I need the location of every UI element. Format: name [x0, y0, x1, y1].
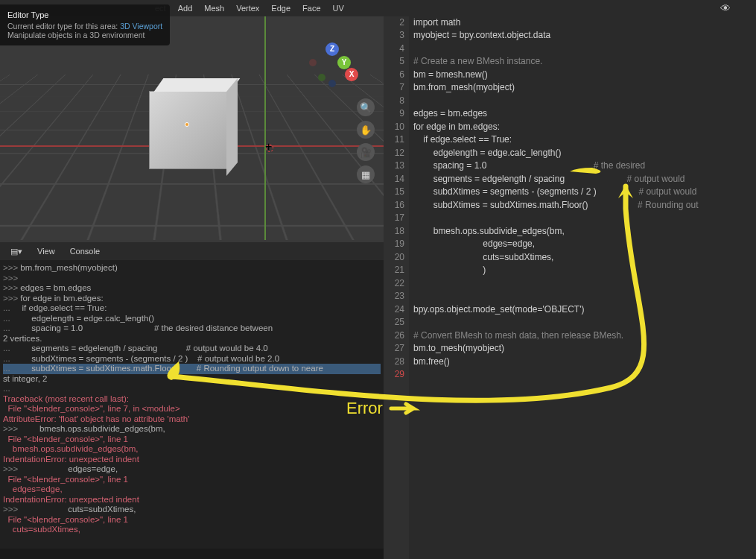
line-number: 7 [384, 81, 404, 95]
console-menu-console[interactable]: Console [64, 245, 106, 257]
line-number: 25 [384, 316, 404, 329]
menu-item-face[interactable]: Face [296, 4, 326, 13]
menu-item-add[interactable]: Add [172, 4, 199, 13]
console-menu-view[interactable]: View [31, 245, 61, 257]
origin-dot [185, 122, 189, 127]
console-line: edges=edge, [3, 484, 381, 495]
console-line: >>> [3, 274, 381, 284]
code-line: segments = edgelength / spacing # output… [413, 173, 756, 186]
line-number: 14 [384, 173, 404, 186]
line-number: 24 [384, 303, 404, 317]
line-number: 29 [384, 368, 404, 382]
code-line: import math [413, 16, 756, 30]
line-number: 6 [384, 69, 404, 82]
console-line: ... [3, 384, 381, 394]
gizmo-neg-z-icon[interactable] [328, 80, 336, 87]
code-line: if edge.select == True: [413, 133, 756, 147]
console-line: ... subdXtimes = segments - (segments / … [3, 354, 381, 364]
console-line: AttributeError: 'float' object has no at… [3, 414, 381, 425]
console-line: File "<blender_console>", line 1 [3, 515, 381, 525]
editor-type-tooltip: Editor Type Current editor type for this… [0, 4, 170, 45]
code-line [413, 316, 756, 329]
console-line: >>> bm.from_mesh(myobject) [3, 263, 381, 274]
y-axis-line [264, 16, 266, 240]
console-editor-type-icon[interactable]: ▤▾ [4, 245, 28, 258]
3d-cursor-icon [261, 139, 277, 156]
line-number: 22 [384, 277, 404, 291]
code-line: bm.to_mesh(myobject) [413, 342, 756, 356]
code-line: ) [413, 264, 756, 277]
line-number: 19 [384, 238, 404, 251]
menu-item-mesh[interactable]: Mesh [198, 4, 230, 13]
menu-item-edge[interactable]: Edge [265, 4, 296, 13]
gizmo-neg-x-icon[interactable] [309, 59, 317, 66]
console-line: ... if edge.select == True: [3, 303, 381, 314]
line-number: 11 [384, 133, 404, 147]
line-number: 18 [384, 225, 404, 239]
grid-icon[interactable]: ▦ [357, 165, 375, 183]
tooltip-line-1: Current editor type for this area: 3D Vi… [7, 22, 162, 31]
hand-icon[interactable]: ✋ [357, 121, 375, 139]
code-line [413, 277, 756, 291]
line-number: 20 [384, 251, 404, 265]
console-line: cuts=subdXtimes, [3, 525, 381, 535]
code-line: # Convert BMesh to mesh data, then relea… [413, 329, 756, 343]
console-line: IndentationError: unexpected indent [3, 495, 381, 505]
text-editor[interactable]: 1234567891011121314151617181920212223242… [384, 0, 756, 559]
search-icon[interactable]: 🔍 [357, 98, 375, 116]
console-line: ... subdXtimes = subdXtimes.math.Floor()… [3, 364, 381, 374]
tooltip-title: Editor Type [7, 10, 162, 19]
code-line: subdXtimes = segments - (segments / 2 ) … [413, 186, 756, 199]
line-number: 4 [384, 42, 404, 56]
code-line: cuts=subdXtimes, [413, 251, 756, 265]
console-line: >>> edges=edge, [3, 464, 381, 475]
axis-gizmo[interactable]: Z Y X [309, 42, 354, 87]
console-line: ... segments = edgelength / spacing # ou… [3, 344, 381, 354]
menu-item-vertex[interactable]: Vertex [230, 4, 265, 13]
line-number: 8 [384, 95, 404, 108]
line-number: 17 [384, 212, 404, 225]
line-number: 3 [384, 29, 404, 42]
line-number: 9 [384, 107, 404, 121]
line-number: 15 [384, 186, 404, 199]
code-line: # Create a new BMesh instance. [413, 55, 756, 69]
overlay-toggle-icon[interactable]: 👁 [720, 2, 734, 16]
console-line: File "<blender_console>", line 1 [3, 435, 381, 445]
code-area[interactable]: import bpy, bmeshimport mathmyobject = b… [409, 0, 756, 559]
line-number: 23 [384, 290, 404, 303]
menu-item-uv[interactable]: UV [327, 4, 350, 13]
code-line [413, 95, 756, 108]
console-line: File "<blender_console>", line 7, in <mo… [3, 404, 381, 414]
line-number: 26 [384, 329, 404, 343]
gizmo-x-icon[interactable]: X [345, 68, 358, 81]
console-line: >>> for edge in bm.edges: [3, 294, 381, 304]
code-line: for edge in bm.edges: [413, 121, 756, 134]
console-line: >>> cuts=subdXtimes, [3, 505, 381, 515]
code-line [413, 212, 756, 225]
code-line: edges=edge, [413, 238, 756, 251]
console-line: ... spacing = 1.0 # the desired distance… [3, 323, 381, 334]
code-line: bm.free() [413, 356, 756, 369]
console-line: ... edgelength = edge.calc_length() [3, 314, 381, 324]
console-line: st integer, 2 [3, 374, 381, 385]
code-line: bpy.ops.object.mode_set(mode='OBJECT') [413, 303, 756, 317]
gizmo-z-icon[interactable]: Z [325, 42, 339, 56]
code-line: bm = bmesh.new() [413, 69, 756, 82]
code-line: spacing = 1.0 # the desired [413, 160, 756, 173]
3d-viewport[interactable]: Z Y X 🔍✋🎥▦ [0, 16, 384, 240]
python-console[interactable]: >>> bm.from_mesh(myobject)>>> >>> edges … [0, 260, 384, 549]
code-line: bm.from_mesh(myobject) [413, 81, 756, 95]
gizmo-y-icon[interactable]: Y [337, 56, 351, 69]
code-line [413, 290, 756, 303]
gizmo-neg-y-icon[interactable] [318, 74, 325, 81]
cube-object[interactable] [149, 91, 227, 169]
line-number-gutter: 1234567891011121314151617181920212223242… [384, 0, 409, 559]
line-number: 21 [384, 264, 404, 277]
tooltip-line-2: Manipulate objects in a 3D environment [7, 31, 162, 40]
camera-icon[interactable]: 🎥 [357, 143, 375, 161]
line-number: 13 [384, 160, 404, 173]
line-number: 27 [384, 342, 404, 356]
console-header: ▤▾ View Console [0, 242, 384, 260]
line-number: 28 [384, 356, 404, 369]
console-line: bmesh.ops.subdivide_edges(bm, [3, 444, 381, 455]
